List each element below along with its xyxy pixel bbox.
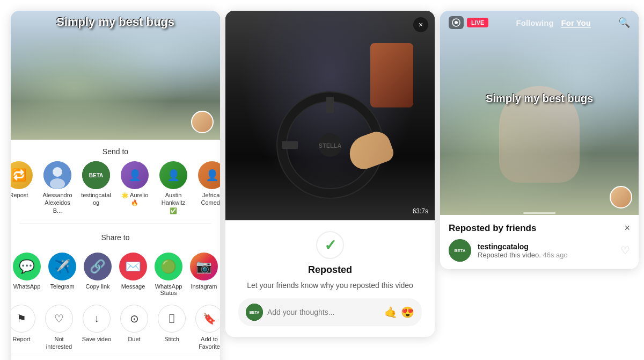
stitch-icon: ⌷: [158, 305, 186, 333]
thought-input[interactable]: [267, 308, 380, 316]
contact-repost[interactable]: 🔁 Repost: [11, 161, 34, 199]
svg-text:BETA: BETA: [89, 172, 103, 178]
austin-label: Austin Hankwitz ✅: [158, 191, 188, 214]
add-favorite-label: Add to Favorite: [194, 335, 220, 351]
contact-alex[interactable]: Alessandro Alexeidos B...: [42, 161, 72, 214]
video-thumbnail: Simply my best bugs: [11, 11, 220, 140]
svg-point-2: [50, 178, 65, 189]
share-whatsapp[interactable]: 💬 WhatsApp: [13, 253, 41, 290]
svg-point-15: [455, 21, 458, 24]
friends-header-row: Reposted by friends ×: [449, 222, 630, 234]
save-video-icon: ↓: [83, 305, 111, 333]
telegram-label: Telegram: [50, 283, 74, 290]
actions-row: ⚑ Report ♡ Not interested ↓ Save video ⊙…: [11, 301, 220, 356]
heart-button[interactable]: ♡: [620, 244, 630, 257]
checkmark-icon: ✓: [316, 231, 344, 259]
report-label: Report: [12, 335, 30, 343]
message-label: Message: [121, 283, 145, 290]
video-timer: 63:7s: [413, 207, 428, 215]
svg-point-1: [53, 167, 62, 177]
aurelio-label: 🌟 Aurelio 🔥: [120, 191, 150, 207]
friend-testingcatalog-avatar: BETA: [449, 239, 471, 262]
friends-video-thumb: LIVE Following For You 🔍 Simply my best …: [440, 11, 639, 215]
contact-jefri[interactable]: 👤 Jefricar Comedy: [197, 161, 220, 207]
creator-avatar: [191, 111, 214, 133]
cancel-button[interactable]: Cancel: [11, 356, 220, 360]
friends-panel: LIVE Following For You 🔍 Simply my best …: [440, 11, 639, 269]
share-instagram[interactable]: 📷 Instagram: [190, 253, 218, 290]
scroll-indicator: [523, 212, 555, 214]
divider-1: [19, 223, 211, 224]
send-to-row: 🔁 Repost Alessandro Alexeidos B...: [11, 161, 220, 221]
friend-action-text: Reposted this video. 46s ago: [478, 251, 614, 259]
friends-bottom: Reposted by friends × BETA testingcatalo…: [440, 215, 639, 269]
not-interested-label: Not interested: [44, 335, 74, 351]
friend-name: testingcatalog: [478, 242, 614, 251]
creator-avatar-right: [610, 186, 632, 208]
beta-avatar: BETA: [82, 161, 110, 189]
instagram-icon: 📷: [190, 253, 218, 280]
whatsapp-status-icon: 🟢: [155, 253, 182, 280]
save-video-label: Save video: [82, 335, 111, 343]
thought-avatar: BETA: [246, 304, 263, 321]
nav-following[interactable]: Following: [516, 18, 554, 27]
share-apps-row: 💬 WhatsApp ✈️ Telegram 🔗 Copy link ✉️ Me…: [11, 247, 220, 301]
thought-input-row: BETA 🤙 😍: [238, 298, 422, 326]
svg-text:STELLA: STELLA: [319, 142, 342, 149]
whatsapp-label: WhatsApp: [13, 283, 41, 290]
friends-close-button[interactable]: ×: [624, 222, 630, 234]
reposted-panel: STELLA × 63:7s ✓ Reposted Let your frien…: [225, 11, 435, 337]
report-icon: ⚑: [11, 305, 35, 333]
share-copylink[interactable]: 🔗 Copy link: [84, 253, 112, 290]
video-title: Simply my best bugs: [56, 15, 174, 29]
friends-video-title: Simply my best bugs: [486, 92, 593, 105]
reposted-bottom: ✓ Reposted Let your friends know why you…: [225, 220, 435, 337]
contact-aurelio[interactable]: 👤 🌟 Aurelio 🔥: [120, 161, 150, 207]
reposted-by-friends-title: Reposted by friends: [449, 223, 536, 234]
action-duet[interactable]: ⊙ Duet: [119, 305, 149, 343]
nav-for-you[interactable]: For You: [561, 18, 591, 27]
send-to-label: Send to: [11, 140, 220, 161]
alex-label: Alessandro Alexeidos B...: [42, 191, 72, 214]
friend-item: BETA testingcatalog Reposted this video.…: [449, 239, 630, 262]
duet-icon: ⊙: [120, 305, 148, 333]
emoji-wave[interactable]: 🤙: [384, 306, 398, 319]
share-telegram[interactable]: ✈️ Telegram: [48, 253, 76, 290]
aurelio-avatar: 👤: [121, 161, 149, 189]
instagram-label: Instagram: [191, 283, 217, 290]
svg-text:BETA: BETA: [454, 248, 465, 253]
video-header: LIVE Following For You 🔍: [440, 11, 639, 34]
contact-beta[interactable]: BETA testingcatalog: [81, 161, 111, 207]
close-button[interactable]: ×: [413, 17, 428, 32]
copylink-label: Copy link: [85, 283, 109, 290]
telegram-icon: ✈️: [48, 253, 76, 280]
contact-austin[interactable]: 👤 Austin Hankwitz ✅: [158, 161, 188, 214]
contact-repost-label: Repost: [11, 191, 28, 199]
live-badge: LIVE: [467, 18, 488, 27]
emoji-heart-eyes[interactable]: 😍: [401, 306, 414, 319]
stitch-label: Stitch: [164, 335, 179, 343]
reposted-subtitle: Let your friends know why you reposted t…: [247, 281, 413, 290]
share-whatsapp-status[interactable]: 🟢 WhatsApp Status: [155, 253, 182, 296]
duet-label: Duet: [128, 335, 140, 343]
share-message[interactable]: ✉️ Message: [119, 253, 147, 290]
action-add-favorite[interactable]: 🔖 Add to Favorite: [194, 305, 220, 351]
not-interested-icon: ♡: [45, 305, 73, 333]
friend-info: testingcatalog Reposted this video. 46s …: [478, 242, 614, 259]
alex-avatar: [43, 161, 71, 189]
austin-avatar: 👤: [159, 161, 187, 189]
action-not-interested[interactable]: ♡ Not interested: [44, 305, 74, 351]
beta-label: testingcatalog: [81, 191, 111, 207]
message-icon: ✉️: [119, 253, 147, 280]
header-nav: Following For You: [516, 18, 591, 27]
whatsapp-icon: 💬: [13, 253, 41, 280]
action-stitch[interactable]: ⌷ Stitch: [157, 305, 187, 343]
emoji-buttons: 🤙 😍: [384, 306, 414, 319]
whatsapp-status-label: WhatsApp Status: [155, 283, 182, 296]
action-save-video[interactable]: ↓ Save video: [82, 305, 112, 343]
share-to-label: Share to: [11, 226, 220, 247]
search-icon[interactable]: 🔍: [618, 17, 630, 28]
reposted-title: Reposted: [308, 264, 352, 276]
add-favorite-icon: 🔖: [195, 305, 220, 333]
action-report[interactable]: ⚑ Report: [11, 305, 36, 343]
